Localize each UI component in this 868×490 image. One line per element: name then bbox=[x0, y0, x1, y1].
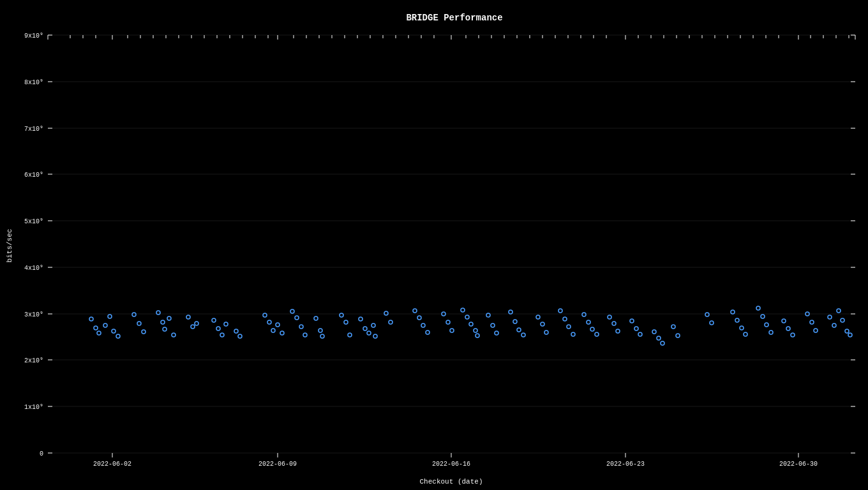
chart-container: BRIDGE Performance bits/sec Checkout (da… bbox=[0, 0, 868, 490]
svg-text:7x10⁹: 7x10⁹ bbox=[24, 126, 43, 133]
svg-text:6x10⁹: 6x10⁹ bbox=[24, 172, 43, 179]
svg-text:3x10⁹: 3x10⁹ bbox=[24, 311, 43, 318]
scatter-chart: BRIDGE Performance bits/sec Checkout (da… bbox=[0, 0, 868, 490]
x-axis-label: Checkout (date) bbox=[419, 478, 483, 486]
x-tick-label-4: 2022-06-23 bbox=[606, 461, 645, 468]
svg-text:8x10⁹: 8x10⁹ bbox=[24, 79, 43, 86]
svg-text:9x10⁹: 9x10⁹ bbox=[24, 33, 43, 40]
svg-text:4x10⁹: 4x10⁹ bbox=[24, 265, 43, 272]
x-tick-label-5: 2022-06-30 bbox=[779, 461, 818, 468]
x-tick-label-2: 2022-06-09 bbox=[258, 461, 297, 468]
svg-text:2x10⁹: 2x10⁹ bbox=[24, 357, 43, 364]
svg-text:5x10⁹: 5x10⁹ bbox=[24, 218, 43, 225]
svg-text:1x10⁹: 1x10⁹ bbox=[24, 404, 43, 411]
chart-title: BRIDGE Performance bbox=[406, 13, 502, 23]
x-tick-label-3: 2022-06-16 bbox=[432, 461, 470, 468]
y-axis-label: bits/sec bbox=[6, 229, 13, 263]
svg-rect-0 bbox=[0, 0, 868, 490]
x-tick-label-1: 2022-06-02 bbox=[93, 461, 131, 468]
svg-text:0: 0 bbox=[40, 450, 43, 457]
